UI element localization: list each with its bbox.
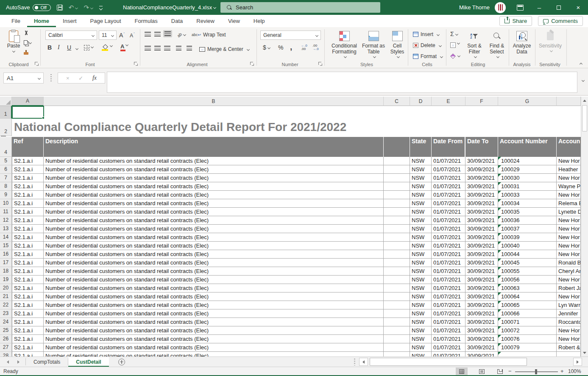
row-number[interactable]: 12 [0,216,12,225]
cell-date-from[interactable]: 01/07/2021 [432,335,465,343]
cell-date-to[interactable]: 30/09/2021 [465,335,498,343]
cell-account-name[interactable]: New Hor [557,191,581,199]
sheet-tab-comptotals[interactable]: CompTotals [26,357,68,367]
underline-dropdown-icon[interactable] [75,47,78,50]
row-number[interactable]: 15 [0,242,12,250]
cell-date-from[interactable]: 01/07/2021 [432,292,465,301]
cell-account-number[interactable]: 100065 [498,301,557,309]
fill-color-button[interactable] [102,44,112,50]
row-number[interactable]: 17 [0,259,12,267]
font-size-select[interactable]: 11 [99,31,117,40]
cell-account-name[interactable]: New Hor [557,233,581,242]
cell-ref[interactable]: S2.1.a.i [12,157,44,165]
cell-date-from[interactable]: 01/07/2021 [432,352,465,357]
cell-description[interactable]: Number of residential customers on stand… [44,157,384,165]
column-header-e[interactable]: E [432,97,465,106]
cell-date-from[interactable]: 01/07/2021 [432,284,465,292]
decrease-font-button[interactable]: Aˇ [130,32,135,39]
copy-button[interactable] [24,40,31,45]
cell-state[interactable]: NSW [410,242,432,250]
align-bottom-button[interactable] [163,30,172,37]
share-button[interactable]: Share [499,16,532,26]
cell-account-name[interactable]: Lynette D [557,208,581,216]
vertical-scrollbar[interactable] [581,97,588,357]
comma-style-button[interactable]: , [290,42,292,52]
font-dialog-launcher-icon[interactable] [134,62,138,66]
cell-date-from[interactable]: 01/07/2021 [432,199,465,208]
hscroll-right-icon[interactable] [573,358,582,366]
cell-date-from[interactable]: 01/07/2021 [432,343,465,352]
cell-ref[interactable]: S2.1.a.i [12,343,44,352]
cell-state[interactable]: NSW [410,157,432,165]
cell-state[interactable]: NSW [410,191,432,199]
bold-button[interactable]: B [47,44,52,51]
cell-ref[interactable]: S2.1.a.i [12,208,44,216]
cell-empty[interactable] [384,225,410,233]
cell-empty[interactable] [384,301,410,309]
increase-font-button[interactable]: Aˆ [119,32,125,39]
cell-date-to[interactable]: 30/09/2021 [465,208,498,216]
cell-date-to[interactable]: 30/09/2021 [465,301,498,309]
cell-account-number[interactable]: 100079 [498,343,557,352]
name-box-splitter[interactable] [50,74,52,82]
cell-account-number[interactable]: 100044 [498,250,557,259]
cell-description[interactable]: Number of residential customers on stand… [44,199,384,208]
merge-center-button[interactable]: ↔ Merge & Center [199,45,249,54]
cell-ref[interactable]: S2.1.a.i [12,335,44,343]
cell-state[interactable]: NSW [410,352,432,357]
cell-empty[interactable] [384,326,410,335]
cell-empty[interactable] [384,335,410,343]
cell-date-to[interactable]: 30/09/2021 [465,225,498,233]
tab-file[interactable]: File [5,15,27,27]
cell-description[interactable]: Number of residential customers on stand… [44,276,384,284]
row-number[interactable]: 24 [0,318,12,326]
orientation-button[interactable]: ab [177,31,186,38]
increase-decimal-button[interactable]: ←.0.00 [301,44,307,51]
font-color-button[interactable]: A [120,43,128,50]
cell-state[interactable]: NSW [410,284,432,292]
cell-date-from[interactable]: 01/07/2021 [432,309,465,318]
row-number[interactable]: 8 [0,182,12,191]
scroll-up-icon[interactable] [581,97,588,104]
align-right-button[interactable] [164,46,170,50]
cell-empty[interactable] [384,352,410,357]
cell-description[interactable]: Number of residential customers on stand… [44,343,384,352]
cell-empty[interactable] [384,191,410,199]
cell-account-number[interactable]: 100024 [498,157,557,165]
cell-ref[interactable]: S2.1.a.i [12,225,44,233]
cell-description[interactable]: Number of residential customers on stand… [44,259,384,267]
cell-state[interactable]: NSW [410,233,432,242]
minimize-button[interactable]: – [529,0,549,15]
cell-description[interactable]: Number of residential customers on stand… [44,191,384,199]
format-as-table-button[interactable]: Format as Table [360,29,387,58]
row-header-1[interactable]: 1 [0,106,12,119]
search-input[interactable]: Search [220,2,380,13]
cell-empty[interactable] [384,284,410,292]
cell-description[interactable]: Number of residential customers on stand… [44,250,384,259]
row-number[interactable]: 5 [0,157,12,165]
save-icon[interactable] [57,5,63,11]
cell-ref[interactable]: S2.1.a.i [12,216,44,225]
row-number[interactable]: 27 [0,343,12,352]
cell-date-to[interactable]: 30/09/2021 [465,318,498,326]
cell-date-to[interactable]: 30/09/2021 [465,326,498,335]
cell-empty[interactable] [384,309,410,318]
cell-state[interactable]: NSW [410,276,432,284]
cell-account-number[interactable]: 100066 [498,309,557,318]
cell-date-from[interactable]: 01/07/2021 [432,174,465,182]
insert-function-button[interactable]: fx [92,75,97,81]
cell-empty[interactable] [384,233,410,242]
cell-account-name[interactable]: New Hor [557,250,581,259]
underline-button[interactable]: U [67,44,71,51]
cell-ref[interactable]: S2.1.a.i [12,191,44,199]
row-number[interactable]: 20 [0,284,12,292]
customize-toolbar-icon[interactable] [99,6,103,10]
cell-state[interactable]: NSW [410,225,432,233]
clipboard-dialog-launcher-icon[interactable] [35,62,39,66]
cell-account-number[interactable]: 100031 [498,182,557,191]
cell-account-number[interactable]: 100064 [498,292,557,301]
cell-ref[interactable]: S2.1.a.i [12,326,44,335]
cell-description[interactable]: Number of residential customers on stand… [44,284,384,292]
cell-empty[interactable] [384,242,410,250]
header-cell-account-name[interactable]: Accoun [557,137,581,157]
